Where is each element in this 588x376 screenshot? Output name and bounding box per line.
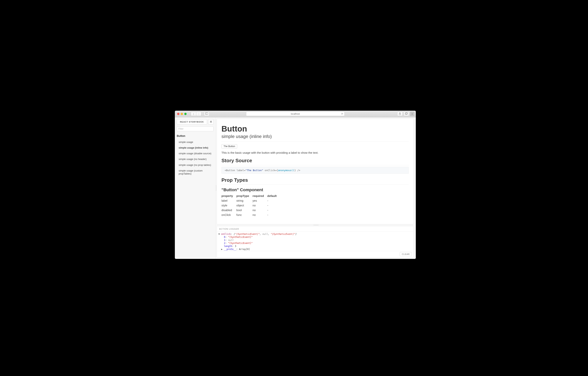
prop-table-row: labelstringyes- <box>221 198 280 203</box>
action-logger-body: ▼ onClick: ["[SyntheticEvent]", null, "[… <box>217 232 413 251</box>
preview-panel: Button simple usage (inline info) The Bu… <box>217 119 414 224</box>
back-button[interactable]: 〈 <box>191 112 196 116</box>
prop-table-row: styleobjectno- <box>221 203 280 208</box>
story-description: This is the basic usage with the button … <box>221 151 409 154</box>
component-subheading: "Button" Component <box>221 187 409 192</box>
url-bar[interactable]: localhost ⟳ <box>246 112 345 116</box>
forward-button[interactable]: 〉 <box>196 112 201 116</box>
svg-rect-3 <box>405 113 407 115</box>
action-logger-heading: ACTION LOGGER <box>217 226 413 232</box>
filter-input[interactable] <box>177 126 213 131</box>
sidebar-story-item[interactable]: simple usage (no prop tables) <box>177 162 213 168</box>
story-source-heading: Story Source <box>221 158 409 165</box>
prop-table-cell: object <box>236 203 252 208</box>
app-title[interactable]: REACT STORYBOOK <box>177 119 207 125</box>
component-title: Button <box>221 124 409 133</box>
demo-button[interactable]: The Button <box>221 144 237 148</box>
clear-button[interactable]: CLEAR <box>400 252 412 256</box>
browser-chrome: 〈 〉 localhost ⟳ <box>175 111 416 117</box>
command-icon: ⌘ <box>210 120 212 123</box>
prop-table-header: propType <box>236 193 252 198</box>
sidebar-story-item[interactable]: simple usage (disable source) <box>177 151 213 156</box>
prop-table-cell: string <box>236 198 252 203</box>
prop-types-heading: Prop Types <box>221 177 409 185</box>
minimize-window-icon[interactable] <box>181 113 183 115</box>
horizontal-resizer[interactable] <box>217 224 415 226</box>
prop-table-cell: no <box>252 213 267 217</box>
story-list: simple usagesimple usage (inline info)si… <box>177 139 213 177</box>
prop-table-cell: - <box>267 208 280 213</box>
url-text: localhost <box>291 113 300 115</box>
prop-table-cell: - <box>267 203 280 208</box>
tabs-button[interactable] <box>404 112 409 116</box>
prop-table-cell: - <box>267 198 280 203</box>
prop-table-cell: bool <box>236 208 252 213</box>
storybook-app: REACT STORYBOOK ⌘ Button simple usagesim… <box>175 117 416 259</box>
nav-buttons: 〈 〉 <box>191 112 201 116</box>
sidebar-icon <box>205 112 208 115</box>
reload-icon[interactable]: ⟳ <box>341 112 343 115</box>
chevron-right-icon: 〉 <box>198 113 199 115</box>
prop-table-cell: yes <box>252 198 267 203</box>
share-button[interactable] <box>397 112 403 116</box>
sidebar-story-item[interactable]: simple usage (no header) <box>177 156 213 162</box>
sidebar-toggle-button[interactable] <box>204 112 209 116</box>
prop-table-cell: no <box>252 203 267 208</box>
svg-rect-4 <box>406 113 408 114</box>
new-tab-button[interactable]: + <box>410 112 414 116</box>
prop-table-cell: onClick <box>221 213 236 217</box>
plus-icon: + <box>411 112 413 115</box>
action-logger-panel: ACTION LOGGER ▼ onClick: ["[SyntheticEve… <box>217 226 414 257</box>
sidebar-story-item[interactable]: simple usage (inline info) <box>177 145 213 151</box>
close-window-icon[interactable] <box>177 113 179 115</box>
story-source-code: <Button label="The Button" onClick={anon… <box>221 167 409 174</box>
sidebar: REACT STORYBOOK ⌘ Button simple usagesim… <box>175 117 216 259</box>
prop-table-cell: no <box>252 208 267 213</box>
tabs-icon <box>405 112 408 115</box>
prop-table-header: default <box>267 193 280 198</box>
browser-window: 〈 〉 localhost ⟳ <box>175 111 416 259</box>
story-title: simple usage (inline info) <box>221 134 409 141</box>
window-controls <box>177 113 187 115</box>
main-column: Button simple usage (inline info) The Bu… <box>217 117 416 259</box>
prop-table-cell: label <box>221 198 236 203</box>
prop-types-table: propertypropTyperequireddefault labelstr… <box>221 193 280 217</box>
vertical-resizer[interactable] <box>216 117 217 259</box>
prop-table-header: required <box>252 193 267 198</box>
prop-table-header: property <box>221 193 236 198</box>
share-icon <box>399 112 401 115</box>
chevron-left-icon: 〈 <box>193 113 194 115</box>
stories-kind-label[interactable]: Button <box>177 134 213 137</box>
prop-table-cell: - <box>267 213 280 217</box>
sidebar-story-item[interactable]: simple usage (custom propTables) <box>177 168 213 177</box>
svg-rect-0 <box>206 113 208 115</box>
prop-table-row: disabledboolno- <box>221 208 280 213</box>
shortcuts-button[interactable]: ⌘ <box>208 119 213 125</box>
sidebar-story-item[interactable]: simple usage <box>177 139 213 145</box>
prop-table-cell: disabled <box>221 208 236 213</box>
prop-table-cell: func <box>236 213 252 217</box>
zoom-window-icon[interactable] <box>184 113 187 115</box>
prop-table-cell: style <box>221 203 236 208</box>
prop-table-row: onClickfuncno- <box>221 213 280 217</box>
